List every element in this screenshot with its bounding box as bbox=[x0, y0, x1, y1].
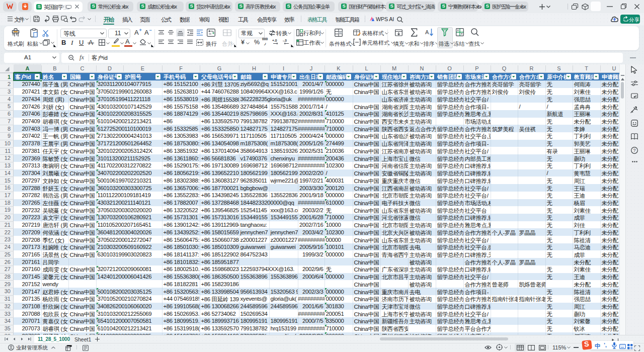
svg-text:?: ? bbox=[633, 148, 636, 153]
svg-text:A: A bbox=[425, 29, 429, 35]
svg-text:-.0: -.0 bbox=[283, 39, 287, 42]
svg-text:+.0: +.0 bbox=[272, 39, 277, 42]
